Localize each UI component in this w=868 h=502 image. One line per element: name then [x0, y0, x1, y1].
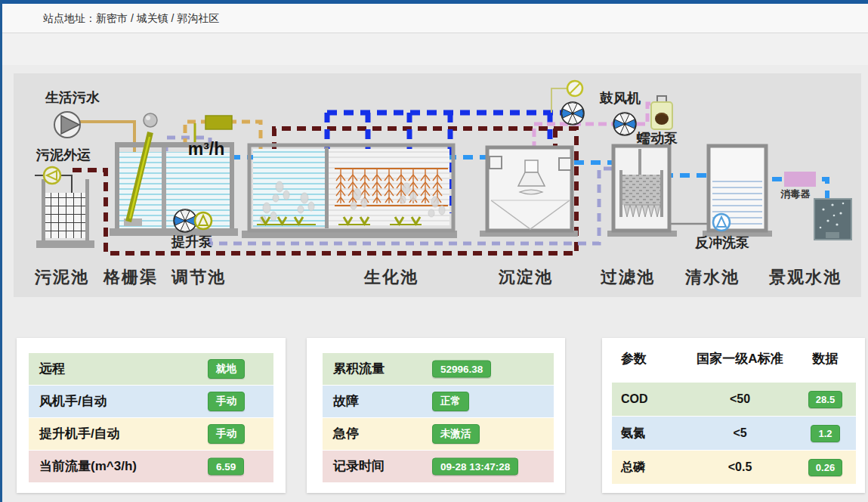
value-badge: 52996.38	[432, 361, 491, 378]
param-name: 氨氮	[612, 426, 685, 442]
table-row: 远程 就地	[29, 353, 273, 386]
left-accent-bar	[0, 0, 2, 502]
sedimentation-tank	[480, 147, 578, 237]
column-header: 参数	[612, 350, 685, 380]
process-diagram: 生活污水 污泥外运 m³/h 提升泵 鼓风机 蠕动泵 反冲洗泵 消毒器 污泥池 …	[14, 73, 861, 297]
control-status-card: 远程 就地 风机手/自动 手动 提升机手/自动 手动 当前流量(m^3/h) 6…	[17, 338, 286, 493]
table-row: 急停 未激活	[323, 418, 554, 451]
site-header: 站点地址：新密市 / 城关镇 / 郭沟社区	[2, 4, 868, 33]
sludge-out-valve-icon	[44, 167, 60, 184]
tank-label-landscape: 景观水池	[768, 268, 842, 287]
status-badge: 就地	[208, 359, 245, 379]
sludge-out-label: 污泥外运	[36, 147, 91, 163]
lift-pump-icons	[174, 209, 212, 232]
table-row: 氨氮 <5 1.2	[612, 417, 856, 451]
quality-table: COD <50 28.5 氨氮 <5 1.2 总磷 <0.5 0.26	[612, 383, 856, 485]
flow-unit-label: m³/h	[188, 139, 225, 159]
landscape-pool	[814, 199, 851, 240]
tank-label-biochemical: 生化池	[363, 268, 419, 287]
clear-water-tank	[703, 146, 772, 237]
intake-pump-icon	[54, 112, 80, 138]
row-label: 累积流量	[323, 353, 385, 385]
row-label: 风机手/自动	[29, 386, 107, 417]
table-row: 当前流量(m^3/h) 6.59	[29, 451, 273, 483]
subheader-strip	[2, 33, 868, 65]
table-row: COD <50 28.5	[612, 383, 856, 417]
table-row: 累积流量 52996.38	[323, 353, 554, 386]
param-name: COD	[612, 392, 685, 406]
quality-table-header: 参数 国家一级A标准 数据	[612, 350, 856, 380]
param-name: 总磷	[612, 460, 685, 476]
value-badge: 1.2	[811, 425, 839, 442]
lift-pump-label: 提升泵	[171, 234, 212, 249]
status-badge: 手动	[208, 424, 245, 444]
row-label: 故障	[323, 386, 359, 417]
row-label: 远程	[29, 353, 65, 385]
table-row: 记录时间 09-28 13:47:28	[323, 451, 554, 483]
control-status-table: 远程 就地 风机手/自动 手动 提升机手/自动 手动 当前流量(m^3/h) 6…	[29, 353, 273, 483]
tank-label-sludge-pool: 污泥池	[34, 268, 89, 287]
value-badge: 0.26	[808, 459, 842, 476]
process-diagram-svg: 生活污水 污泥外运 m³/h 提升泵 鼓风机 蠕动泵 反冲洗泵 消毒器 污泥池 …	[14, 73, 861, 297]
status-badge: 正常	[432, 392, 469, 411]
tank-label-regulating: 调节池	[171, 268, 226, 287]
row-label: 急停	[323, 418, 359, 450]
table-row: 故障 正常	[323, 386, 554, 418]
sludge-tank	[36, 179, 94, 248]
timestamp-badge: 09-28 13:47:28	[432, 458, 518, 476]
status-badge: 手动	[208, 392, 245, 411]
value-badge: 28.5	[808, 391, 842, 408]
disinfector-label: 消毒器	[780, 188, 811, 200]
tank-label-sedimentation: 沉淀池	[498, 268, 553, 287]
flow-status-table: 累积流量 52996.38 故障 正常 急停 未激活 记录时间 09-28 13…	[323, 353, 554, 483]
dosing-pump-label: 蠕动泵	[636, 131, 678, 146]
flow-status-card: 累积流量 52996.38 故障 正常 急停 未激活 记录时间 09-28 13…	[307, 338, 565, 493]
dosing-pump-fan-icon	[613, 113, 636, 135]
tank-label-clear-water: 清水池	[684, 268, 740, 287]
column-header: 国家一级A标准	[685, 350, 795, 380]
status-badge: 未激活	[432, 424, 480, 444]
scada-dashboard: 站点地址：新密市 / 城关镇 / 郭沟社区	[0, 0, 868, 502]
sewage-label: 生活污水	[45, 90, 100, 105]
tank-label-grid-channel: 格栅渠	[103, 268, 158, 287]
lift-ball-valve-icon	[174, 209, 196, 232]
standard-value: <50	[685, 392, 795, 406]
row-label: 记录时间	[323, 451, 385, 482]
blower-valve-icon	[567, 81, 582, 96]
table-row: 风机手/自动 手动	[29, 386, 273, 418]
table-row: 提升机手/自动 手动	[29, 418, 273, 451]
biochemical-tank	[242, 145, 457, 238]
blower-fan-icon	[561, 102, 584, 125]
row-label: 当前流量(m^3/h)	[29, 451, 137, 482]
flow-meter-box	[205, 116, 232, 129]
screen-drive-ball	[144, 113, 157, 127]
blower-label: 鼓风机	[599, 91, 641, 106]
dosing-container-icon	[651, 96, 672, 129]
value-badge: 6.59	[208, 458, 244, 476]
tank-label-filter: 过滤池	[600, 268, 655, 287]
column-header: 数据	[795, 350, 856, 380]
standard-value: <5	[685, 426, 795, 440]
standard-value: <0.5	[685, 460, 795, 474]
breadcrumb: 站点地址：新密市 / 城关镇 / 郭沟社区	[2, 4, 219, 33]
disinfector-box	[784, 172, 816, 187]
backwash-pump-icon	[713, 214, 730, 231]
filter-tank	[607, 146, 677, 237]
table-row: 总磷 <0.5 0.26	[612, 451, 856, 485]
backwash-pump-label: 反冲洗泵	[694, 235, 749, 250]
row-label: 提升机手/自动	[29, 418, 120, 450]
water-quality-card: 参数 国家一级A标准 数据 COD <50 28.5 氨氮 <5 1.2 总磷 …	[602, 338, 865, 493]
